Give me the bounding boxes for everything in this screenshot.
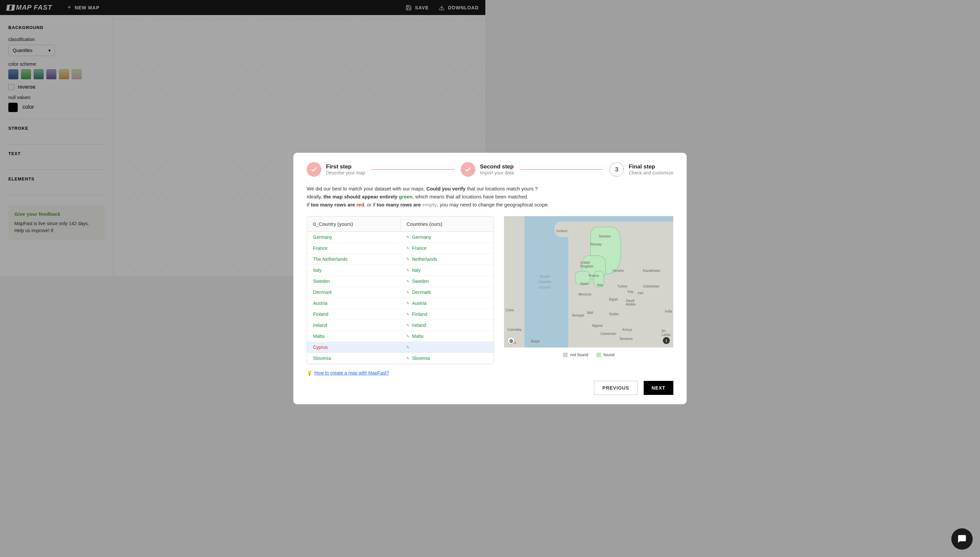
table-row[interactable]: The Netherlands✎Netherlands <box>307 254 485 265</box>
td-ours[interactable]: ✎Germany <box>400 232 485 243</box>
table-row[interactable]: France✎France <box>307 243 485 254</box>
step-1-title: First step <box>326 163 365 170</box>
th-ours: Countries (ours) <box>401 217 486 231</box>
intro-text: We did our best to match your dataset wi… <box>307 185 485 209</box>
td-yours: Italy <box>307 265 400 275</box>
modal: First step Describe your map Second step… <box>293 153 485 276</box>
td-ours[interactable]: ✎Netherlands <box>400 254 485 264</box>
step-2-title: Second step <box>480 163 485 170</box>
step-1: First step Describe your map <box>307 162 365 177</box>
td-yours: Germany <box>307 232 400 243</box>
table-row[interactable]: Germany✎Germany <box>307 232 485 243</box>
step-1-sub: Describe your map <box>326 170 365 176</box>
table-header: 0_Country (yours) Countries (ours) <box>307 217 485 232</box>
step-2-circle <box>461 162 475 177</box>
step-line-1 <box>372 169 455 170</box>
step-2-sub: Import your data <box>480 170 485 176</box>
pencil-icon[interactable]: ✎ <box>406 257 409 262</box>
check-icon <box>464 166 472 173</box>
match-table: 0_Country (yours) Countries (ours) Germa… <box>307 216 485 276</box>
table-body[interactable]: Germany✎GermanyFrance✎FranceThe Netherla… <box>307 232 485 276</box>
step-2: Second step Import your data <box>461 162 485 177</box>
pencil-icon[interactable]: ✎ <box>406 246 409 251</box>
check-icon <box>310 166 318 173</box>
pencil-icon[interactable]: ✎ <box>406 268 409 272</box>
td-yours: The Netherlands <box>307 254 400 264</box>
modal-overlay: First step Describe your map Second step… <box>0 0 485 276</box>
step-1-circle <box>307 162 321 177</box>
th-yours: 0_Country (yours) <box>307 217 401 231</box>
pencil-icon[interactable]: ✎ <box>406 235 409 239</box>
td-ours[interactable]: ✎Italy <box>400 265 485 275</box>
stepper: First step Describe your map Second step… <box>307 162 485 177</box>
table-row[interactable]: Italy✎Italy <box>307 265 485 276</box>
td-yours: France <box>307 243 400 254</box>
td-ours[interactable]: ✎France <box>400 243 485 254</box>
content-row: 0_Country (yours) Countries (ours) Germa… <box>307 216 485 276</box>
